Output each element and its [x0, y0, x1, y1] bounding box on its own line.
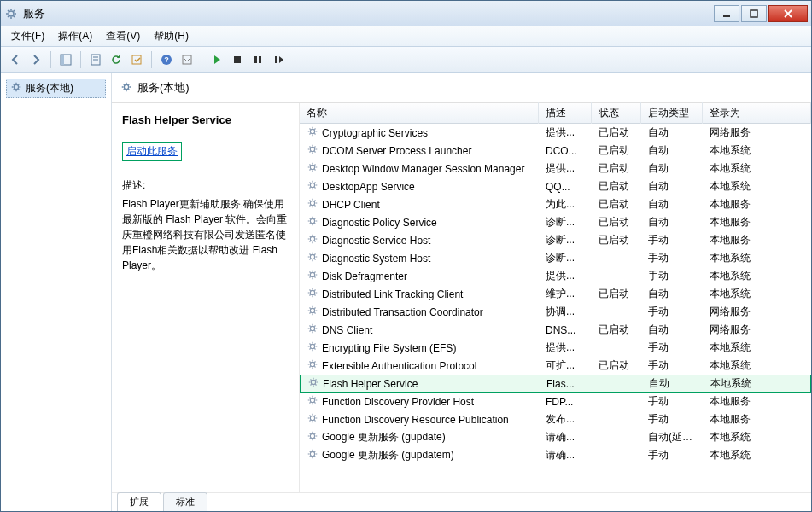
service-row[interactable]: DHCP Client为此...已启动自动本地服务: [300, 195, 811, 213]
gear-icon: [307, 161, 318, 176]
column-status[interactable]: 状态: [592, 102, 641, 124]
tab-standard[interactable]: 标准: [163, 492, 207, 511]
column-startup-type[interactable]: 启动类型: [641, 102, 703, 124]
show-hide-tree-button[interactable]: [56, 50, 75, 69]
service-row[interactable]: Google 更新服务 (gupdatem)请确...手动本地系统: [300, 446, 811, 464]
column-description[interactable]: 描述: [539, 102, 592, 124]
svg-rect-1: [723, 15, 730, 17]
service-row[interactable]: Disk Defragmenter提供...手动本地系统: [300, 267, 811, 285]
service-row[interactable]: Desktop Window Manager Session Manager提供…: [300, 160, 811, 177]
column-name[interactable]: 名称: [300, 102, 539, 124]
service-logon-cell: 本地服务: [703, 195, 811, 213]
menu-file[interactable]: 文件(F): [4, 26, 51, 46]
svg-point-26: [310, 272, 314, 276]
svg-point-19: [310, 147, 314, 151]
service-list[interactable]: Cryptographic Services提供...已启动自动网络服务DCOM…: [300, 124, 811, 492]
back-button[interactable]: [6, 50, 25, 69]
menu-action[interactable]: 操作(A): [51, 26, 99, 46]
gear-icon: [307, 125, 318, 140]
window-title: 服务: [23, 6, 714, 21]
start-service-link[interactable]: 启动此服务: [122, 142, 182, 161]
app-icon: [4, 7, 18, 20]
service-row[interactable]: Google 更新服务 (gupdate)请确...自动(延迟...本地系统: [300, 428, 811, 446]
content-area: 服务(本地) Flash Helper Service 启动此服务 描述: Fl…: [112, 73, 811, 511]
service-row[interactable]: DNS ClientDNS...已启动自动网络服务: [300, 321, 811, 339]
services-icon: [120, 81, 132, 96]
service-row[interactable]: Diagnostic System Host诊断...手动本地系统: [300, 249, 811, 267]
svg-point-24: [310, 236, 314, 241]
gear-icon: [307, 269, 318, 283]
minimize-button[interactable]: [714, 5, 739, 22]
tab-extended[interactable]: 扩展: [117, 492, 161, 511]
service-status-cell: 已启动: [592, 213, 641, 231]
service-row[interactable]: Distributed Link Tracking Client维护...已启动…: [300, 285, 811, 303]
restart-service-button[interactable]: [269, 50, 288, 69]
service-status-cell: [592, 418, 641, 422]
service-logon-cell: 网络服务: [703, 303, 811, 321]
service-row[interactable]: DCOM Server Process LauncherDCO...已启动自动本…: [300, 142, 811, 160]
action-menu-button[interactable]: [178, 50, 196, 69]
service-logon-cell: 本地服务: [703, 231, 811, 249]
service-row[interactable]: Extensible Authentication Protocol可扩...已…: [300, 357, 811, 375]
svg-rect-13: [254, 56, 257, 63]
service-name-cell: Flash Helper Service: [323, 378, 418, 390]
service-name-cell: DCOM Server Process Launcher: [322, 145, 471, 157]
pause-service-button[interactable]: [248, 50, 267, 69]
service-startup-cell: 手动: [641, 410, 703, 428]
tree-root-services[interactable]: 服务(本地): [6, 79, 106, 98]
service-row[interactable]: Function Discovery Resource Publication发…: [300, 410, 811, 428]
service-name-cell: DesktopApp Service: [322, 181, 415, 193]
refresh-button[interactable]: [107, 50, 126, 69]
service-row[interactable]: Cryptographic Services提供...已启动自动网络服务: [300, 124, 811, 142]
service-desc-cell: 请确...: [539, 446, 592, 464]
description-panel: Flash Helper Service 启动此服务 描述: Flash Pla…: [112, 103, 300, 492]
service-status-cell: 已启动: [592, 142, 641, 160]
svg-point-17: [124, 84, 128, 89]
service-row[interactable]: Function Discovery Provider HostFDP...手动…: [300, 393, 811, 410]
gear-icon: [307, 376, 319, 391]
svg-point-28: [310, 308, 314, 312]
service-startup-cell: 手动: [641, 357, 703, 375]
properties-button[interactable]: [86, 50, 105, 69]
service-name-cell: Diagnostic Service Host: [322, 235, 430, 247]
start-service-button[interactable]: [207, 50, 226, 69]
forward-button[interactable]: [26, 50, 45, 69]
svg-rect-14: [259, 56, 261, 63]
gear-icon: [307, 394, 318, 409]
service-row[interactable]: Diagnostic Policy Service诊断...已启动自动本地服务: [300, 213, 811, 231]
service-logon-cell: 本地系统: [703, 428, 811, 446]
column-logon-as[interactable]: 登录为: [703, 102, 811, 124]
service-row[interactable]: Flash Helper ServiceFlas...自动本地系统: [300, 375, 811, 393]
service-name-cell: Distributed Transaction Coordinator: [322, 306, 483, 318]
service-row[interactable]: DesktopApp ServiceQQ...已启动自动本地系统: [300, 177, 811, 195]
description-text: Flash Player更新辅助服务,确保使用最新版的 Flash Player…: [122, 196, 289, 273]
maximize-button[interactable]: [741, 5, 767, 22]
menu-help[interactable]: 帮助(H): [147, 26, 196, 46]
service-desc-cell: FDP...: [539, 394, 592, 410]
service-status-cell: 已启动: [592, 357, 641, 375]
service-desc-cell: QQ...: [539, 179, 592, 195]
toolbar-separator: [50, 51, 51, 68]
gear-icon: [307, 233, 318, 247]
stop-service-button[interactable]: [228, 50, 247, 69]
selected-service-name: Flash Helper Service: [122, 113, 289, 126]
help-button[interactable]: ?: [157, 50, 176, 69]
menu-view[interactable]: 查看(V): [99, 26, 147, 46]
svg-point-36: [310, 451, 314, 456]
service-desc-cell: DCO...: [539, 143, 592, 159]
service-row[interactable]: Encrypting File System (EFS)提供...手动本地系统: [300, 339, 811, 357]
service-logon-cell: 本地系统: [703, 285, 811, 303]
svg-point-23: [310, 218, 314, 223]
service-status-cell: 已启动: [592, 231, 641, 249]
gear-icon: [307, 179, 318, 194]
content-header: 服务(本地): [112, 73, 811, 103]
service-row[interactable]: Diagnostic Service Host诊断...已启动手动本地服务: [300, 231, 811, 249]
service-row[interactable]: Distributed Transaction Coordinator协调...…: [300, 303, 811, 321]
export-button[interactable]: [127, 50, 146, 69]
close-button[interactable]: [768, 5, 808, 22]
services-window: 服务 文件(F) 操作(A) 查看(V) 帮助(H) ?: [0, 0, 812, 512]
svg-point-27: [310, 290, 314, 294]
service-startup-cell: 自动: [641, 142, 703, 160]
service-status-cell: [592, 346, 641, 350]
tree-root-label: 服务(本地): [26, 81, 73, 96]
